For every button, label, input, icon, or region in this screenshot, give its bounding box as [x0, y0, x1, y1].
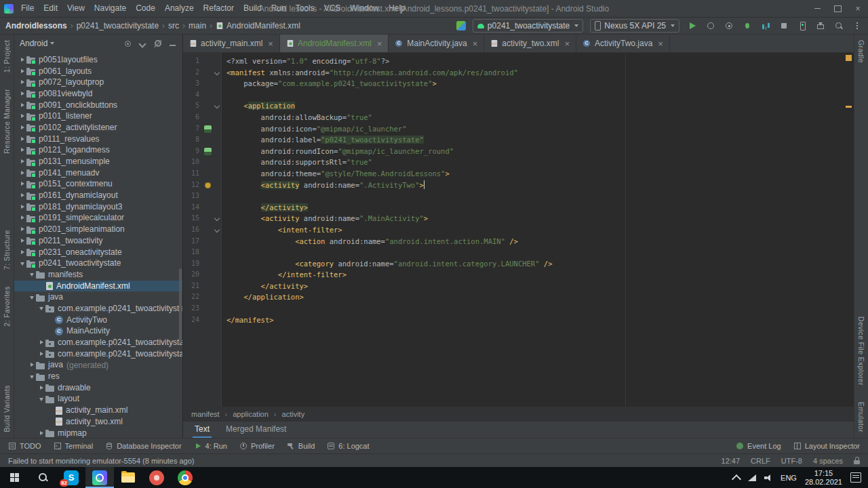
code-text[interactable]: </activity>	[221, 281, 308, 292]
run-config-select[interactable]: p0241_twoactivitystate	[473, 19, 583, 33]
expand-arrow-icon[interactable]	[18, 89, 26, 98]
code-text[interactable]: <activity android:name=".ActivityTwo">	[221, 180, 425, 191]
expand-arrow-icon[interactable]	[18, 192, 26, 200]
taskbar-clock[interactable]: 17:15 28.02.2021	[805, 469, 842, 487]
debug-button[interactable]	[742, 20, 753, 31]
tool-button-event-log[interactable]: Event Log	[736, 442, 781, 450]
editor-tab-androidmanifest-xml[interactable]: AndroidManifest.xml×	[280, 35, 389, 52]
tree-item-p0061-layouts[interactable]: p0061_layouts	[14, 66, 182, 77]
breadcrumb-androidmanifest-xml[interactable]: AndroidManifest.xml	[216, 21, 300, 30]
tree-item-activitytwo[interactable]: ActivityTwo	[14, 314, 182, 326]
tree-item-p0231-oneactivitystate[interactable]: p0231_oneactivitystate	[14, 247, 182, 258]
collapse-arrow-icon[interactable]	[28, 373, 36, 381]
tree-item-com-example-p0241-twoactivitystate[interactable]: com.example.p0241_twoactivitystate(andr	[14, 337, 182, 348]
tool-button-2-favorites[interactable]: 2: Favorites	[3, 286, 11, 327]
close-tab-icon[interactable]: ×	[564, 39, 570, 48]
xml-breadcrumb-manifest[interactable]: manifest	[191, 410, 220, 418]
expand-arrow-icon[interactable]	[18, 135, 26, 143]
tree-item-p0211-twoactivity[interactable]: p0211_twoactivity	[14, 235, 182, 247]
close-tab-icon[interactable]: ×	[473, 39, 478, 48]
menu-analyze[interactable]: Analyze	[160, 0, 199, 17]
tool-button-todo[interactable]: TODO	[8, 442, 41, 450]
tree-item-p0131-menusimple[interactable]: p0131_menusimple	[14, 156, 182, 167]
code-text[interactable]: </application>	[221, 291, 304, 303]
expand-arrow-icon[interactable]	[18, 56, 26, 64]
tree-item-p0121-logandmess[interactable]: p0121_logandmess	[14, 145, 182, 157]
code-editor[interactable]: 1<?xml version="1.0" encoding="utf-8"?>2…	[183, 53, 854, 407]
tree-item-androidmanifest-xml[interactable]: AndroidManifest.xml	[14, 281, 182, 292]
tree-item-p0081viewbyld[interactable]: p0081viewbyld	[14, 88, 182, 100]
tree-item-p0181-dynamiclayout3[interactable]: p0181_dynamiclayout3	[14, 201, 182, 213]
tray-overflow-chevron-icon[interactable]	[732, 474, 741, 483]
expand-arrow-icon[interactable]	[18, 101, 26, 109]
run-button[interactable]	[687, 20, 698, 31]
expand-arrow-icon[interactable]	[18, 123, 26, 131]
tree-item-p0191-simplecalculator[interactable]: p0191_simplecalculator	[14, 213, 182, 224]
menu-view[interactable]: View	[62, 0, 90, 17]
collapse-arrow-icon[interactable]	[28, 293, 36, 302]
avd-manager-button[interactable]	[797, 20, 808, 31]
error-stripe-mark[interactable]	[846, 106, 852, 108]
tree-item-res[interactable]: res	[14, 371, 182, 382]
collapse-arrow-icon[interactable]	[28, 270, 36, 279]
expand-arrow-icon[interactable]	[18, 248, 26, 256]
menu-code[interactable]: Code	[131, 0, 160, 17]
minimize-button[interactable]	[807, 0, 827, 17]
tree-item-activity-two-xml[interactable]: activity_two.xml	[14, 416, 182, 428]
expand-arrow-icon[interactable]	[37, 339, 45, 347]
locate-file-icon[interactable]	[123, 39, 132, 48]
code-text[interactable]: android:theme="@style/Theme.AndroidLesso…	[221, 168, 450, 180]
code-text[interactable]: <activity android:name=".MainActivity">	[221, 213, 428, 224]
fold-marker[interactable]	[213, 100, 221, 112]
notification-center-icon[interactable]	[850, 472, 861, 483]
tree-item-java[interactable]: java	[14, 291, 182, 303]
indent-indicator[interactable]: 4 spaces	[813, 457, 843, 465]
search-button[interactable]	[833, 20, 844, 31]
sync-icon[interactable]	[456, 21, 466, 30]
code-text[interactable]: <action android:name="android.intent.act…	[221, 236, 518, 247]
fold-marker[interactable]	[213, 67, 221, 79]
tool-button-emulator[interactable]: Emulator	[857, 402, 865, 432]
taskbar-start-button[interactable]	[0, 467, 28, 488]
intention-bulb-icon[interactable]	[203, 180, 213, 191]
profile-button[interactable]	[760, 20, 771, 31]
hide-panel-icon[interactable]	[168, 39, 177, 48]
fold-marker[interactable]	[213, 224, 221, 236]
tool-button-6-logcat[interactable]: 6: Logcat	[327, 442, 369, 450]
code-text[interactable]: android:supportsRtl="true"	[221, 157, 372, 168]
code-text[interactable]: android:roundIcon="@mipmap/ic_launcher_r…	[221, 146, 454, 157]
expand-arrow-icon[interactable]	[18, 79, 26, 87]
expand-arrow-icon[interactable]	[18, 158, 26, 166]
close-tab-icon[interactable]: ×	[377, 39, 382, 48]
editor-tab-mainactivity-java[interactable]: MainActivity.java×	[389, 35, 484, 52]
expand-arrow-icon[interactable]	[37, 429, 45, 437]
code-text[interactable]: <intent-filter>	[221, 224, 342, 236]
code-text[interactable]: android:allowBackup="true"	[221, 112, 372, 123]
tree-item-p0102-activitylistener[interactable]: p0102_activitylistener	[14, 122, 182, 134]
tool-button-profiler[interactable]: Profiler	[239, 442, 275, 450]
settings-gear-icon[interactable]	[153, 39, 162, 48]
code-text[interactable]: package="com.example.p0241_twoactivityst…	[221, 78, 437, 89]
expand-arrow-icon[interactable]	[18, 180, 26, 188]
expand-arrow-icon[interactable]	[18, 169, 26, 177]
taskbar-media-app-button[interactable]	[142, 467, 171, 488]
tree-item-p0161-dynamiclayout[interactable]: p0161_dynamiclayout	[14, 190, 182, 201]
volume-icon[interactable]	[764, 474, 772, 481]
tree-item-mainactivity[interactable]: MainActivity	[14, 326, 182, 338]
tool-button-4-run[interactable]: 4: Run	[194, 442, 227, 450]
expand-arrow-icon[interactable]	[18, 214, 26, 222]
tree-item-p0051layoutfiles[interactable]: p0051layoutfiles	[14, 54, 182, 66]
language-indicator[interactable]: ENG	[781, 474, 797, 482]
device-select[interactable]: Nexus 5X API 25	[590, 19, 679, 33]
sdk-manager-button[interactable]	[815, 20, 826, 31]
collapse-all-icon[interactable]	[138, 39, 147, 48]
tree-item-activity-main-xml[interactable]: activity_main.xml	[14, 405, 182, 416]
tree-item-p0201-simpleanimation[interactable]: p0201_simpleanimation	[14, 224, 182, 235]
encoding-indicator[interactable]: UTF-8	[781, 457, 802, 465]
taskbar-skype-button[interactable]: 82	[57, 467, 85, 488]
code-text[interactable]: android:icon="@mipmap/ic_launcher"	[221, 123, 407, 135]
caret-position[interactable]: 12:47	[722, 457, 741, 465]
code-text[interactable]: <?xml version="1.0" encoding="utf-8"?>	[221, 56, 389, 67]
tool-button-build[interactable]: Build	[287, 442, 315, 450]
breadcrumb-main[interactable]: main	[189, 21, 206, 30]
